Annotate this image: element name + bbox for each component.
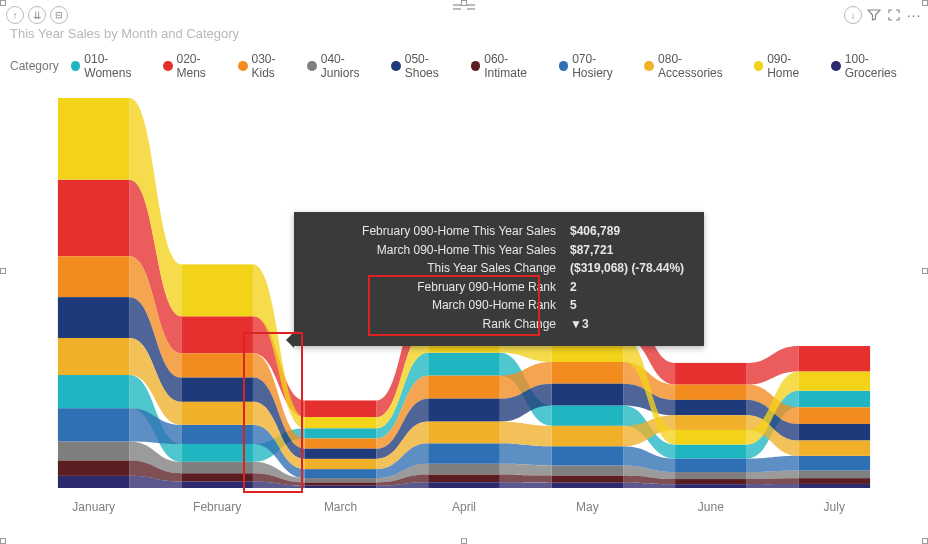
svg-rect-29	[181, 378, 253, 402]
svg-rect-54	[675, 415, 747, 430]
svg-rect-16	[305, 438, 377, 448]
svg-rect-18	[552, 362, 624, 384]
swatch-icon	[471, 61, 481, 71]
svg-rect-35	[58, 461, 130, 476]
svg-rect-33	[675, 400, 747, 415]
focus-mode-button[interactable]	[886, 7, 902, 23]
svg-rect-25	[552, 465, 624, 475]
svg-rect-65	[305, 486, 377, 488]
svg-rect-66	[428, 482, 500, 488]
svg-rect-1	[181, 444, 253, 462]
svg-rect-14	[58, 256, 130, 297]
swatch-icon	[71, 61, 81, 71]
expand-hierarchy-button[interactable]: ⊟	[50, 6, 68, 24]
x-axis-tick: June	[649, 500, 772, 514]
more-options-button[interactable]: ···	[906, 7, 922, 23]
swatch-icon	[391, 61, 401, 71]
legend-item[interactable]: 090-Home	[754, 52, 822, 80]
svg-rect-12	[675, 363, 747, 385]
svg-rect-28	[58, 297, 130, 338]
legend-item[interactable]: 010-Womens	[71, 52, 153, 80]
legend-item[interactable]: 030-Kids	[238, 52, 297, 80]
drill-up-button[interactable]: ↑	[6, 6, 24, 24]
svg-rect-23	[305, 478, 377, 482]
svg-rect-58	[305, 417, 377, 428]
svg-rect-49	[58, 338, 130, 375]
svg-rect-40	[675, 479, 747, 484]
svg-rect-13	[798, 346, 870, 372]
legend: Category 010-Womens 020-Mens 030-Kids 04…	[10, 52, 918, 80]
svg-rect-15	[181, 353, 253, 377]
x-axis-tick: February	[155, 500, 278, 514]
x-axis: JanuaryFebruaryMarchAprilMayJuneJuly	[32, 500, 896, 514]
x-axis-tick: May	[526, 500, 649, 514]
svg-rect-20	[798, 407, 870, 424]
filter-icon[interactable]	[866, 7, 882, 23]
swatch-icon	[238, 61, 248, 71]
export-button[interactable]: ↓	[844, 6, 862, 24]
svg-rect-7	[58, 180, 130, 257]
svg-rect-30	[305, 449, 377, 459]
svg-rect-51	[305, 459, 377, 469]
legend-item[interactable]: 050-Shoes	[391, 52, 461, 80]
svg-rect-64	[181, 482, 253, 488]
svg-rect-68	[675, 484, 747, 488]
svg-rect-32	[552, 384, 624, 406]
legend-item[interactable]: 080-Accessories	[644, 52, 743, 80]
svg-rect-26	[675, 472, 747, 479]
legend-item[interactable]: 070-Hosiery	[559, 52, 635, 80]
svg-rect-53	[552, 426, 624, 446]
svg-rect-67	[552, 483, 624, 488]
svg-rect-39	[552, 476, 624, 483]
svg-rect-41	[798, 478, 870, 484]
svg-rect-38	[428, 475, 500, 483]
svg-rect-17	[428, 376, 500, 399]
svg-rect-6	[798, 391, 870, 408]
svg-rect-44	[305, 469, 377, 478]
svg-rect-37	[305, 483, 377, 486]
legend-item[interactable]: 100-Groceries	[831, 52, 918, 80]
svg-rect-63	[58, 476, 130, 488]
svg-rect-34	[798, 424, 870, 441]
x-axis-tick: July	[773, 500, 896, 514]
svg-rect-62	[798, 372, 870, 391]
svg-rect-36	[181, 473, 253, 481]
svg-rect-48	[798, 456, 870, 471]
svg-rect-19	[675, 385, 747, 400]
swatch-icon	[307, 61, 317, 71]
x-axis-tick: January	[32, 500, 155, 514]
svg-rect-31	[428, 399, 500, 422]
svg-rect-24	[428, 464, 500, 475]
svg-rect-3	[428, 353, 500, 376]
legend-label: Category	[10, 59, 59, 73]
swatch-icon	[559, 61, 569, 71]
legend-item[interactable]: 040-Juniors	[307, 52, 381, 80]
svg-rect-56	[58, 98, 130, 180]
x-axis-tick: March	[279, 500, 402, 514]
swatch-icon	[163, 61, 173, 71]
svg-rect-50	[181, 402, 253, 425]
svg-rect-5	[675, 445, 747, 459]
svg-rect-69	[798, 484, 870, 488]
svg-rect-47	[675, 459, 747, 472]
svg-rect-0	[58, 375, 130, 408]
svg-rect-42	[58, 408, 130, 441]
svg-rect-4	[552, 405, 624, 425]
svg-rect-21	[58, 441, 130, 460]
svg-rect-43	[181, 425, 253, 444]
drill-down-all-button[interactable]: ⇊	[28, 6, 46, 24]
drag-grip-icon[interactable]	[453, 4, 475, 10]
legend-item[interactable]: 060-Intimate	[471, 52, 549, 80]
svg-rect-55	[798, 441, 870, 456]
swatch-icon	[754, 61, 764, 71]
legend-item[interactable]: 020-Mens	[163, 52, 228, 80]
svg-rect-46	[552, 446, 624, 465]
svg-rect-57	[181, 264, 253, 316]
svg-rect-9	[305, 400, 377, 417]
svg-rect-22	[181, 462, 253, 473]
svg-rect-52	[428, 422, 500, 444]
swatch-icon	[644, 61, 654, 71]
svg-rect-27	[798, 471, 870, 479]
svg-rect-8	[181, 316, 253, 353]
svg-rect-45	[428, 443, 500, 463]
